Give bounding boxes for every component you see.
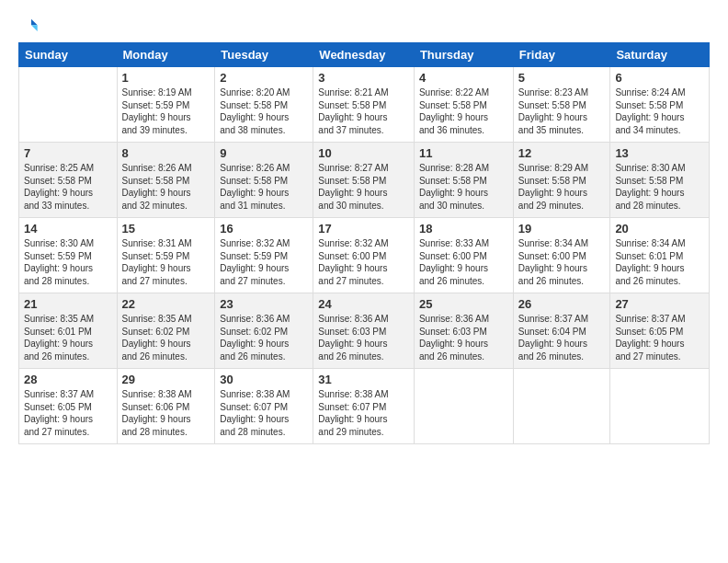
logo-icon (20, 17, 39, 35)
day-number: 16 (220, 222, 308, 236)
day-info: Sunrise: 8:26 AM Sunset: 5:58 PM Dayligh… (122, 162, 210, 212)
day-number: 2 (220, 71, 308, 85)
calendar-day-cell: 9Sunrise: 8:26 AM Sunset: 5:58 PM Daylig… (215, 143, 313, 218)
calendar-day-cell (610, 369, 710, 444)
calendar-day-cell (19, 67, 118, 143)
calendar-week-row: 28Sunrise: 8:37 AM Sunset: 6:05 PM Dayli… (19, 369, 710, 444)
calendar-day-cell: 25Sunrise: 8:36 AM Sunset: 6:03 PM Dayli… (414, 293, 513, 369)
calendar-day-cell: 17Sunrise: 8:32 AM Sunset: 6:00 PM Dayli… (313, 218, 415, 293)
day-info: Sunrise: 8:38 AM Sunset: 6:07 PM Dayligh… (220, 388, 308, 438)
day-number: 29 (122, 373, 210, 386)
day-info: Sunrise: 8:36 AM Sunset: 6:03 PM Dayligh… (318, 313, 409, 362)
weekday-header: Saturday (610, 43, 710, 67)
calendar-day-cell: 13Sunrise: 8:30 AM Sunset: 5:58 PM Dayli… (610, 143, 710, 218)
weekday-header: Wednesday (313, 43, 415, 67)
day-number: 9 (220, 146, 308, 160)
calendar-day-cell (414, 369, 513, 444)
day-info: Sunrise: 8:25 AM Sunset: 5:58 PM Dayligh… (24, 162, 112, 212)
calendar-day-cell: 11Sunrise: 8:28 AM Sunset: 5:58 PM Dayli… (414, 143, 513, 218)
day-info: Sunrise: 8:36 AM Sunset: 6:03 PM Dayligh… (419, 313, 508, 362)
day-info: Sunrise: 8:31 AM Sunset: 5:59 PM Dayligh… (122, 237, 210, 287)
day-number: 21 (24, 297, 112, 311)
day-number: 10 (318, 146, 409, 160)
calendar-day-cell: 6Sunrise: 8:24 AM Sunset: 5:58 PM Daylig… (610, 67, 710, 143)
calendar-day-cell: 18Sunrise: 8:33 AM Sunset: 6:00 PM Dayli… (414, 218, 513, 293)
calendar-day-cell: 1Sunrise: 8:19 AM Sunset: 5:59 PM Daylig… (117, 67, 215, 143)
calendar-day-cell: 29Sunrise: 8:38 AM Sunset: 6:06 PM Dayli… (117, 369, 215, 444)
day-number: 24 (318, 297, 409, 311)
day-info: Sunrise: 8:33 AM Sunset: 6:00 PM Dayligh… (419, 237, 508, 287)
day-number: 17 (318, 222, 409, 236)
day-number: 20 (615, 222, 704, 236)
day-info: Sunrise: 8:34 AM Sunset: 6:01 PM Dayligh… (615, 237, 704, 287)
page: SundayMondayTuesdayWednesdayThursdayFrid… (0, 0, 728, 563)
day-info: Sunrise: 8:27 AM Sunset: 5:58 PM Dayligh… (318, 162, 409, 212)
day-info: Sunrise: 8:38 AM Sunset: 6:07 PM Dayligh… (318, 388, 409, 438)
calendar-day-cell: 28Sunrise: 8:37 AM Sunset: 6:05 PM Dayli… (19, 369, 118, 444)
day-info: Sunrise: 8:29 AM Sunset: 5:58 PM Dayligh… (518, 162, 606, 212)
day-info: Sunrise: 8:34 AM Sunset: 6:00 PM Dayligh… (518, 237, 606, 287)
weekday-header: Sunday (19, 43, 118, 67)
calendar-week-row: 21Sunrise: 8:35 AM Sunset: 6:01 PM Dayli… (19, 293, 710, 369)
calendar-day-cell: 27Sunrise: 8:37 AM Sunset: 6:05 PM Dayli… (610, 293, 710, 369)
calendar-table: SundayMondayTuesdayWednesdayThursdayFrid… (18, 42, 710, 444)
calendar-day-cell: 19Sunrise: 8:34 AM Sunset: 6:00 PM Dayli… (513, 218, 610, 293)
day-info: Sunrise: 8:30 AM Sunset: 5:59 PM Dayligh… (24, 237, 112, 287)
calendar-day-cell: 4Sunrise: 8:22 AM Sunset: 5:58 PM Daylig… (414, 67, 513, 143)
calendar-day-cell: 10Sunrise: 8:27 AM Sunset: 5:58 PM Dayli… (313, 143, 415, 218)
calendar-day-cell: 7Sunrise: 8:25 AM Sunset: 5:58 PM Daylig… (19, 143, 118, 218)
day-number: 18 (419, 222, 508, 236)
weekday-header: Friday (513, 43, 610, 67)
day-number: 7 (24, 146, 112, 160)
calendar-day-cell: 12Sunrise: 8:29 AM Sunset: 5:58 PM Dayli… (513, 143, 610, 218)
day-info: Sunrise: 8:37 AM Sunset: 6:04 PM Dayligh… (518, 313, 606, 362)
calendar-day-cell: 26Sunrise: 8:37 AM Sunset: 6:04 PM Dayli… (513, 293, 610, 369)
day-number: 26 (518, 297, 606, 311)
day-number: 31 (318, 373, 409, 386)
day-number: 6 (615, 71, 704, 85)
calendar-day-cell: 31Sunrise: 8:38 AM Sunset: 6:07 PM Dayli… (313, 369, 415, 444)
day-info: Sunrise: 8:26 AM Sunset: 5:58 PM Dayligh… (220, 162, 308, 212)
day-info: Sunrise: 8:38 AM Sunset: 6:06 PM Dayligh… (122, 388, 210, 438)
weekday-header: Tuesday (215, 43, 313, 67)
day-info: Sunrise: 8:20 AM Sunset: 5:58 PM Dayligh… (220, 86, 308, 136)
day-number: 27 (615, 297, 704, 311)
day-number: 30 (220, 373, 308, 386)
svg-marker-1 (31, 25, 38, 31)
calendar-day-cell: 5Sunrise: 8:23 AM Sunset: 5:58 PM Daylig… (513, 67, 610, 143)
day-number: 19 (518, 222, 606, 236)
day-number: 15 (122, 222, 210, 236)
day-number: 22 (122, 297, 210, 311)
calendar-day-cell: 14Sunrise: 8:30 AM Sunset: 5:59 PM Dayli… (19, 218, 118, 293)
day-number: 4 (419, 71, 508, 85)
calendar-day-cell: 23Sunrise: 8:36 AM Sunset: 6:02 PM Dayli… (215, 293, 313, 369)
header (18, 17, 710, 35)
day-number: 25 (419, 297, 508, 311)
day-number: 13 (615, 146, 704, 160)
calendar-day-cell: 8Sunrise: 8:26 AM Sunset: 5:58 PM Daylig… (117, 143, 215, 218)
day-info: Sunrise: 8:23 AM Sunset: 5:58 PM Dayligh… (518, 86, 606, 136)
calendar-day-cell: 30Sunrise: 8:38 AM Sunset: 6:07 PM Dayli… (215, 369, 313, 444)
day-info: Sunrise: 8:22 AM Sunset: 5:58 PM Dayligh… (419, 86, 508, 136)
calendar-day-cell: 22Sunrise: 8:35 AM Sunset: 6:02 PM Dayli… (117, 293, 215, 369)
logo (18, 17, 39, 35)
day-info: Sunrise: 8:24 AM Sunset: 5:58 PM Dayligh… (615, 86, 704, 136)
svg-marker-0 (31, 19, 38, 26)
calendar-week-row: 7Sunrise: 8:25 AM Sunset: 5:58 PM Daylig… (19, 143, 710, 218)
calendar-day-cell: 2Sunrise: 8:20 AM Sunset: 5:58 PM Daylig… (215, 67, 313, 143)
calendar-day-cell: 15Sunrise: 8:31 AM Sunset: 5:59 PM Dayli… (117, 218, 215, 293)
day-info: Sunrise: 8:36 AM Sunset: 6:02 PM Dayligh… (220, 313, 308, 362)
day-number: 3 (318, 71, 409, 85)
calendar-week-row: 14Sunrise: 8:30 AM Sunset: 5:59 PM Dayli… (19, 218, 710, 293)
day-number: 28 (24, 373, 112, 386)
day-info: Sunrise: 8:21 AM Sunset: 5:58 PM Dayligh… (318, 86, 409, 136)
calendar-week-row: 1Sunrise: 8:19 AM Sunset: 5:59 PM Daylig… (19, 67, 710, 143)
calendar-day-cell: 21Sunrise: 8:35 AM Sunset: 6:01 PM Dayli… (19, 293, 118, 369)
day-info: Sunrise: 8:28 AM Sunset: 5:58 PM Dayligh… (419, 162, 508, 212)
day-number: 12 (518, 146, 606, 160)
day-info: Sunrise: 8:35 AM Sunset: 6:01 PM Dayligh… (24, 313, 112, 362)
day-number: 14 (24, 222, 112, 236)
calendar-day-cell: 3Sunrise: 8:21 AM Sunset: 5:58 PM Daylig… (313, 67, 415, 143)
calendar-day-cell (513, 369, 610, 444)
day-info: Sunrise: 8:35 AM Sunset: 6:02 PM Dayligh… (122, 313, 210, 362)
